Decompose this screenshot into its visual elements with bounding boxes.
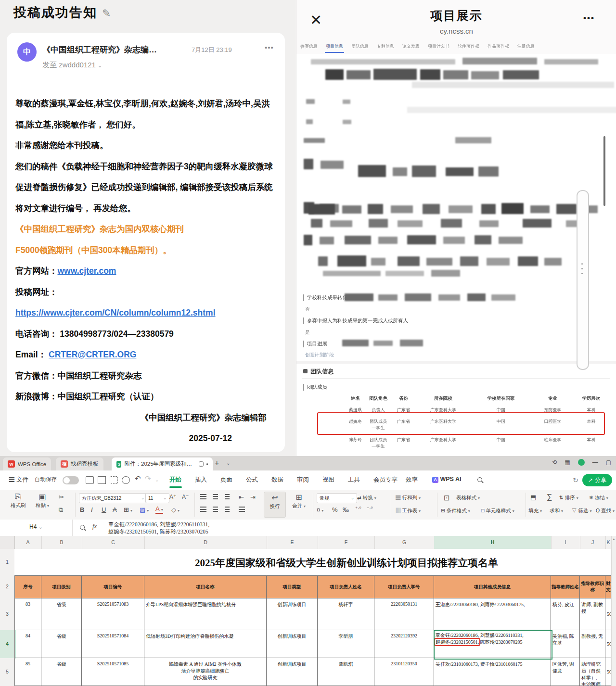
align-left-icon[interactable] — [200, 506, 206, 513]
strikethrough-button[interactable]: A — [113, 506, 117, 513]
tab-paper-info[interactable]: 论文发表 — [401, 42, 421, 52]
indent-decrease-icon[interactable]: ⇤ — [239, 494, 244, 501]
col-D[interactable]: D — [144, 536, 267, 549]
col-H-selected[interactable]: H — [434, 536, 552, 550]
row-5-header[interactable]: 5 — [0, 658, 15, 686]
tab-software-copyright[interactable]: 软件著作权 — [457, 42, 480, 52]
percent-format-icon[interactable]: % — [332, 506, 338, 513]
cell-I5[interactable]: 区泳芳, 谢健龙 — [551, 658, 580, 686]
share-button[interactable]: ↗分享 — [582, 474, 612, 486]
cell-F3[interactable]: 杨轩宇 — [318, 598, 374, 630]
cell-A4[interactable]: 84 — [14, 630, 41, 658]
wrap-text-button[interactable]: ↩换行 — [264, 492, 286, 518]
number-format-select[interactable]: 常规⌄ — [317, 493, 357, 503]
cut-icon[interactable]: ✂ — [59, 494, 64, 501]
sum-icon[interactable]: ∑ — [547, 493, 552, 501]
header-cell[interactable]: 项目负责人学号 — [374, 575, 434, 598]
header-cell[interactable]: 项目负责人姓名 — [318, 575, 374, 598]
tab-project-info[interactable]: 项目信息 — [325, 42, 344, 53]
col-G[interactable]: G — [374, 536, 435, 549]
tab-work-copyright[interactable]: 作品著作权 — [487, 42, 510, 52]
cell-G4[interactable]: 23202120392 — [374, 630, 434, 658]
fill-button[interactable]: 填充 — [528, 508, 542, 514]
maximize-button[interactable]: ▢ — [606, 459, 611, 466]
row-4-header-selected[interactable]: 4 — [0, 630, 15, 659]
new-tab-button[interactable]: + — [215, 459, 219, 468]
cell-style-button[interactable]: □ 单元格样式 — [481, 508, 514, 514]
tab-plan-info[interactable]: 项目计划书 — [427, 42, 450, 52]
zoom-search-icon[interactable] — [80, 525, 85, 530]
cell-H5[interactable]: 吴佳欢/23101060173, 费子怡/23101060175 — [434, 658, 551, 686]
freeze-button[interactable]: ❄ 冻结 — [589, 495, 608, 501]
select-all-corner[interactable] — [0, 536, 15, 549]
copy-icon[interactable]: ⧉ — [59, 506, 63, 514]
menu-formula[interactable]: 公式 — [246, 476, 258, 484]
currency-format-icon[interactable]: ¤ — [317, 506, 323, 513]
menu-home[interactable]: 开始 — [169, 476, 181, 484]
webview-scrollbar[interactable] — [603, 136, 605, 206]
decrease-decimal-icon[interactable]: ⁻·⁰ — [367, 506, 373, 511]
sheet-vertical-scrollbar[interactable]: ▲ — [611, 536, 616, 686]
col-B[interactable]: B — [41, 536, 82, 549]
print-icon[interactable] — [98, 476, 106, 484]
submit-url-link[interactable]: https://www.cjter.com/CN/column/column12… — [15, 308, 216, 318]
col-J[interactable]: J — [580, 536, 606, 549]
edit-pencil-icon[interactable]: ✎ — [102, 7, 112, 19]
cell-name-box[interactable]: H4 ⌄ — [0, 520, 73, 536]
paste-button[interactable]: ▣粘贴 — [36, 493, 49, 509]
col-E[interactable]: E — [267, 536, 318, 549]
minimize-button[interactable]: — — [592, 459, 598, 466]
cell-D3[interactable]: 介导LPS靶向溶瘤体增强巨噬细胞抗结核分 — [144, 598, 267, 630]
decrease-font-icon[interactable]: A⁻ — [182, 494, 189, 500]
font-size-select[interactable]: 11⌄ — [145, 493, 169, 503]
cell-J5[interactable]: 助理研究员（自然科学）, 主治医师 — [580, 658, 605, 686]
cell-G3[interactable]: 22203050131 — [374, 598, 434, 630]
header-cell[interactable]: 项目级别 — [41, 575, 82, 598]
italic-button[interactable]: I — [91, 506, 93, 513]
header-cell[interactable]: 项目名称 — [144, 575, 267, 598]
table-style-icon[interactable]: ⊡ — [444, 494, 450, 502]
align-middle-icon[interactable] — [213, 494, 218, 501]
tab-entry-info[interactable]: 参赛信息 — [299, 42, 319, 52]
cell-G5[interactable]: 23101120350 — [374, 658, 434, 686]
cell-E5[interactable]: 创新训练项目 — [267, 658, 318, 686]
header-cell[interactable]: 项目其他成员信息 — [434, 575, 551, 598]
convert-button[interactable]: ⇄ 转换 — [357, 495, 376, 501]
menu-data[interactable]: 数据 — [271, 476, 283, 484]
cell-C4[interactable]: S202510571084 — [82, 630, 144, 658]
cell-I3[interactable]: 杨芬, 皮江 — [551, 598, 580, 630]
official-site-link[interactable]: www.cjter.com — [58, 266, 116, 276]
underline-button[interactable]: U — [102, 506, 106, 513]
email-recipient[interactable]: 发至 zwddd0121 ⌄ — [42, 61, 102, 70]
document-tab[interactable]: S 附件：2025年度国家级和省级大学生… — [112, 457, 213, 470]
cell-J3[interactable]: 讲师, 副教授 — [580, 598, 605, 630]
align-center-icon[interactable] — [213, 506, 218, 513]
fx-icon[interactable]: fx — [92, 522, 97, 530]
floating-handle[interactable] — [577, 190, 589, 370]
file-menu[interactable]: ☰ 文件 — [9, 476, 28, 484]
cell-F5[interactable]: 曾凯琪 — [318, 658, 374, 686]
formula-content[interactable]: 覃金钰/22202060186, 刘慧媛/22206110331, 赵婉冬/23… — [108, 521, 590, 535]
undo-icon[interactable]: ↶ — [135, 474, 141, 483]
sheet-title-cell[interactable]: 2025年度国家级和省级大学生创新创业训练计划项目拟推荐立项名单 — [14, 549, 611, 575]
header-cell[interactable]: 指导教师职称 — [580, 575, 605, 598]
cell-D5[interactable]: 蝎蜂毒素 A 通过 AIM2 炎性小体激 活介导肺腺癌细胞焦亡 的实验研究 — [144, 658, 267, 686]
cell-J4[interactable]: 副教授, 无 — [580, 630, 605, 658]
justify-icon[interactable] — [239, 506, 245, 513]
borders-icon[interactable]: ⊞ — [124, 506, 132, 513]
menu-insert[interactable]: 插入 — [195, 476, 207, 484]
collab-sync-icon[interactable]: ↻ — [573, 476, 578, 484]
indent-increase-icon[interactable]: ⇥ — [250, 494, 256, 501]
tab-patent-info[interactable]: 专利信息 — [376, 42, 395, 52]
cell-C3[interactable]: S202510571083 — [82, 598, 144, 630]
row-1-header[interactable]: 1 — [0, 549, 15, 576]
redo-icon[interactable]: ↷ — [145, 474, 151, 483]
font-color-icon[interactable]: A — [155, 506, 163, 514]
apps-grid-icon[interactable]: ▦ — [565, 459, 570, 466]
align-bottom-icon[interactable] — [225, 494, 230, 501]
increase-font-icon[interactable]: A⁺ — [169, 494, 176, 500]
col-F[interactable]: F — [318, 536, 375, 549]
menu-view[interactable]: 视图 — [322, 476, 334, 484]
increase-decimal-icon[interactable]: ⁺·⁰ — [355, 506, 361, 511]
row-2-header[interactable]: 2 — [0, 575, 15, 599]
